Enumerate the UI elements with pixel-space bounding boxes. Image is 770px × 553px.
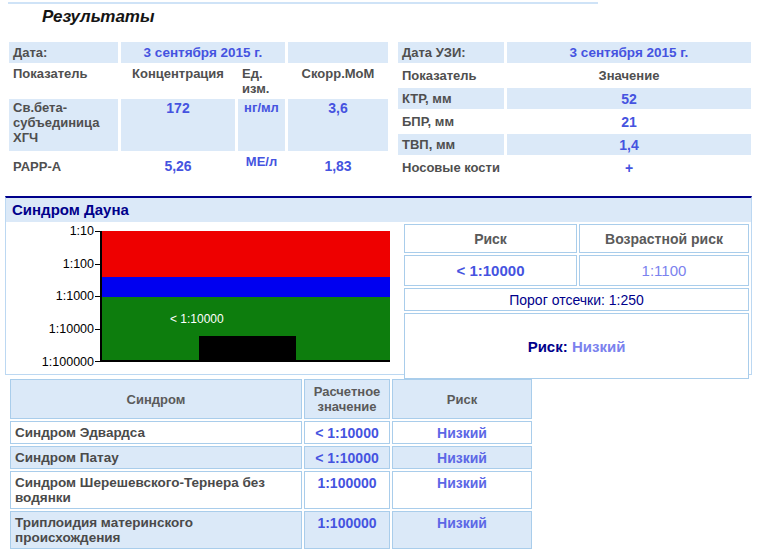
col-header: Показатель	[398, 65, 504, 86]
table-row: Синдром Патау < 1:10000 Низкий	[10, 446, 532, 469]
table-header-row: Риск Возрастной риск	[404, 224, 749, 253]
marker-mom: 1,83	[288, 153, 388, 179]
results-page: Результаты Дата: 3 сентября 2015 г. Пока…	[0, 0, 770, 553]
col-header: Скорр.МоМ	[288, 65, 388, 97]
risk-value: < 1:10000	[404, 255, 577, 286]
param-value: +	[507, 157, 751, 178]
param-name: КТР, мм	[398, 88, 504, 109]
date-value: 3 сентября 2015 г.	[121, 42, 285, 63]
ultrasound-table: Дата УЗИ: 3 сентября 2015 г. Показатель …	[395, 40, 754, 180]
syndrome-name: Синдром Эдвардса	[10, 421, 302, 444]
risk-conclusion-label: Риск:	[528, 338, 568, 355]
table-row: КТР, мм 52	[398, 88, 751, 109]
col-header: Расчетное значение	[304, 379, 390, 419]
table-row: БПР, мм 21	[398, 111, 751, 132]
cutoff-text: Порог отсечки: 1:250	[404, 288, 749, 311]
table-row: Триплоидия материнского происхождения 1:…	[10, 511, 532, 549]
param-value: 21	[507, 111, 751, 132]
syndrome-value: < 1:10000	[304, 446, 390, 469]
marker-name: PAPP-A	[9, 153, 118, 179]
risk-conclusion-value: Низкий	[572, 338, 625, 355]
page-title: Результаты	[42, 7, 155, 27]
y-axis-tick-label: 1:100	[8, 257, 94, 271]
y-axis-tick-label: 1:10000	[8, 322, 94, 336]
table-row: Дата УЗИ: 3 сентября 2015 г.	[398, 42, 751, 63]
syndrome-risk: Низкий	[392, 511, 532, 549]
risk-summary-table: Риск Возрастной риск < 1:10000 1:1100 По…	[402, 222, 751, 381]
date-label: Дата:	[9, 42, 118, 63]
marker-mom: 3,6	[288, 99, 388, 151]
age-risk-value: 1:1100	[579, 255, 749, 286]
risk-chart: < 1:10000	[100, 231, 390, 362]
syndrome-value: 1:100000	[304, 471, 390, 509]
risk-header: Риск	[404, 224, 577, 253]
syndrome-risk: Низкий	[392, 421, 532, 444]
table-header-row: Показатель Концентрация Ед. изм. Скорр.М…	[9, 65, 388, 97]
col-header: Показатель	[9, 65, 118, 97]
table-row: PAPP-A 5,26 МЕ/л 1,83	[9, 153, 388, 179]
table-row: Носовые кости +	[398, 157, 751, 178]
param-name: Носовые кости	[398, 157, 504, 178]
y-axis-tick-label: 1:1000	[8, 289, 94, 303]
syndrome-name: Синдром Патау	[10, 446, 302, 469]
col-header: Синдром	[10, 379, 302, 419]
col-header: Риск	[392, 379, 532, 419]
patient-risk-bar	[199, 336, 296, 360]
table-row: Дата: 3 сентября 2015 г.	[9, 42, 388, 63]
syndrome-name: Триплоидия материнского происхождения	[10, 511, 302, 549]
empty-cell	[288, 42, 388, 63]
col-header: Концентрация	[121, 65, 235, 97]
param-name: ТВП, мм	[398, 134, 504, 155]
section-title: Синдром Дауна	[6, 198, 751, 222]
table-row: < 1:10000 1:1100	[404, 255, 749, 286]
syndrome-risk: Низкий	[392, 446, 532, 469]
age-risk-header: Возрастной риск	[579, 224, 749, 253]
table-header-row: Синдром Расчетное значение Риск	[10, 379, 532, 419]
col-header: Значение	[507, 65, 751, 86]
marker-name: Св.бета-субъединица ХГЧ	[9, 99, 118, 151]
uzi-date-label: Дата УЗИ:	[398, 42, 504, 63]
table-row: Синдром Шерешевского-Тернера без водянки…	[10, 471, 532, 509]
marker-unit: нг/мл	[238, 99, 285, 151]
y-axis-tick-label: 1:100000	[8, 355, 94, 369]
uzi-date-value: 3 сентября 2015 г.	[507, 42, 751, 63]
param-value: 52	[507, 88, 751, 109]
biochem-table: Дата: 3 сентября 2015 г. Показатель Конц…	[6, 40, 391, 181]
syndrome-name: Синдром Шерешевского-Тернера без водянки	[10, 471, 302, 509]
high-risk-band	[102, 231, 390, 277]
downs-syndrome-section: Синдром Дауна 1:10 1:100 1:1000 1:10000 …	[5, 196, 752, 375]
cutoff-band	[102, 277, 390, 297]
table-row: Риск: Низкий	[404, 313, 749, 379]
patient-risk-bar-label: < 1:10000	[170, 312, 224, 326]
y-axis-tick-label: 1:10	[8, 224, 94, 238]
table-row: Св.бета-субъединица ХГЧ 172 нг/мл 3,6	[9, 99, 388, 151]
marker-concentration: 5,26	[121, 153, 235, 179]
top-divider	[8, 2, 598, 4]
col-header: Ед. изм.	[238, 65, 285, 97]
table-row: Порог отсечки: 1:250	[404, 288, 749, 311]
param-value: 1,4	[507, 134, 751, 155]
risk-conclusion: Риск: Низкий	[404, 313, 749, 379]
table-row: ТВП, мм 1,4	[398, 134, 751, 155]
syndrome-value: < 1:10000	[304, 421, 390, 444]
syndromes-table: Синдром Расчетное значение Риск Синдром …	[8, 377, 534, 551]
syndrome-risk: Низкий	[392, 471, 532, 509]
marker-concentration: 172	[121, 99, 235, 151]
table-header-row: Показатель Значение	[398, 65, 751, 86]
table-row: Синдром Эдвардса < 1:10000 Низкий	[10, 421, 532, 444]
syndrome-value: 1:100000	[304, 511, 390, 549]
param-name: БПР, мм	[398, 111, 504, 132]
marker-unit: МЕ/л	[238, 153, 285, 179]
